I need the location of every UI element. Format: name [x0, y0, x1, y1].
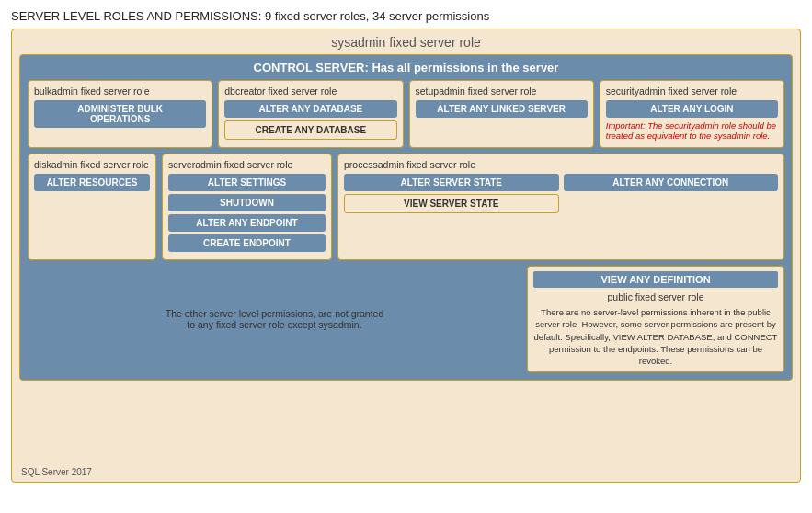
alter-resources-perm: ALTER RESOURCES [34, 174, 150, 191]
sysadmin-title: sysadmin fixed server role [19, 35, 793, 50]
alter-any-endpoint-perm: ALTER ANY ENDPOINT [168, 214, 326, 232]
alter-any-connection-perm: ALTER ANY CONNECTION [564, 174, 779, 191]
page: SERVER LEVEL ROLES AND PERMISSIONS: 9 fi… [0, 0, 812, 513]
view-any-def-title: VIEW ANY DEFINITION [533, 271, 778, 288]
alter-server-state-perm: ALTER SERVER STATE [344, 174, 559, 191]
securityadmin-card: securityadmin fixed server role ALTER AN… [600, 80, 784, 148]
setupadmin-title: setupadmin fixed server role [416, 86, 588, 97]
other-perms-note: The other server level permissions, are … [28, 266, 521, 372]
securityadmin-title: securityadmin fixed server role [606, 86, 778, 97]
alter-any-db-perm: ALTER ANY DATABASE [224, 100, 396, 118]
create-any-db-perm: CREATE ANY DATABASE [224, 120, 396, 140]
create-endpoint-perm: CREATE ENDPOINT [168, 234, 326, 252]
title-normal: 9 fixed server roles, 34 server permissi… [261, 9, 489, 23]
dbcreator-card: dbcreator fixed server role ALTER ANY DA… [218, 80, 403, 148]
diskadmin-card: diskadmin fixed server role ALTER RESOUR… [28, 154, 156, 260]
top-roles-row: bulkadmin fixed server role ADMINISTER B… [28, 80, 784, 148]
public-role-desc: There are no server-level permissions in… [533, 306, 778, 367]
sysadmin-box: sysadmin fixed server role CONTROL SERVE… [11, 28, 801, 483]
sql-footer: SQL Server 2017 [21, 467, 92, 477]
processadmin-right: ALTER ANY CONNECTION [564, 174, 779, 216]
processadmin-card: processadmin fixed server role ALTER SER… [337, 154, 784, 260]
view-any-def-block: VIEW ANY DEFINITION public fixed server … [527, 266, 784, 372]
public-role-title: public fixed server role [533, 291, 778, 302]
bottom-section: diskadmin fixed server role ALTER RESOUR… [28, 154, 784, 260]
serveradmin-title: serveradmin fixed server role [168, 159, 326, 170]
bulkadmin-title: bulkadmin fixed server role [34, 86, 206, 97]
administer-bulk-perm: ADMINISTER BULKOPERATIONS [34, 100, 206, 128]
securityadmin-note: Important: The securityadmin role should… [606, 120, 778, 141]
page-title: SERVER LEVEL ROLES AND PERMISSIONS: 9 fi… [11, 9, 801, 23]
processadmin-left: ALTER SERVER STATE VIEW SERVER STATE [344, 174, 559, 216]
bottom-extra: The other server level permissions, are … [28, 266, 784, 372]
other-perms-text: The other server level permissions, are … [166, 308, 384, 330]
serveradmin-card: serveradmin fixed server role ALTER SETT… [162, 154, 332, 260]
dbcreator-title: dbcreator fixed server role [224, 86, 396, 97]
view-server-state-perm: VIEW SERVER STATE [344, 194, 559, 213]
control-server-box: CONTROL SERVER: Has all permissions in t… [19, 54, 793, 381]
shutdown-perm: SHUTDOWN [168, 194, 326, 211]
alter-any-linked-perm: ALTER ANY LINKED SERVER [416, 100, 588, 118]
processadmin-inner: ALTER SERVER STATE VIEW SERVER STATE ALT… [344, 174, 778, 216]
alter-any-login-perm: ALTER ANY LOGIN [606, 100, 778, 118]
control-server-title: CONTROL SERVER: Has all permissions in t… [28, 61, 784, 74]
title-bold: SERVER LEVEL ROLES AND PERMISSIONS: [11, 9, 261, 23]
bulkadmin-card: bulkadmin fixed server role ADMINISTER B… [28, 80, 212, 148]
diskadmin-title: diskadmin fixed server role [34, 159, 150, 170]
alter-settings-perm: ALTER SETTINGS [168, 174, 326, 191]
processadmin-title: processadmin fixed server role [344, 159, 778, 170]
setupadmin-card: setupadmin fixed server role ALTER ANY L… [409, 80, 594, 148]
